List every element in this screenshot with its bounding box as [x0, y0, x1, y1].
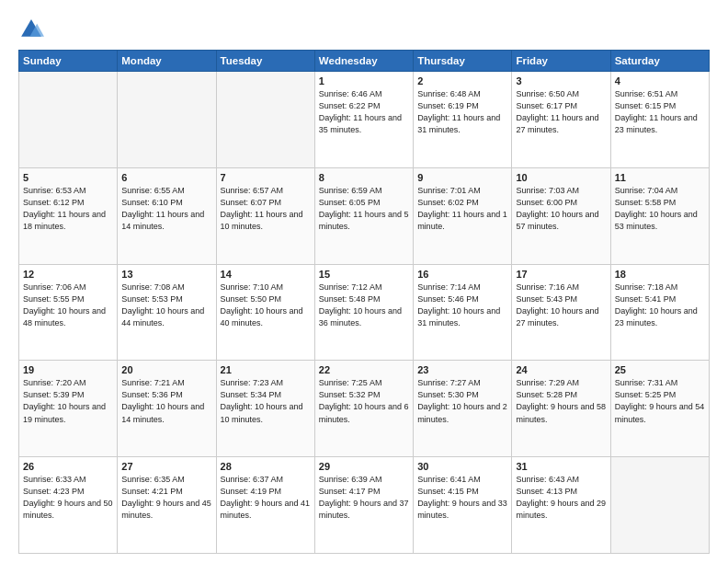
day-cell	[610, 457, 709, 554]
week-row-3: 19Sunrise: 7:20 AM Sunset: 5:39 PM Dayli…	[19, 361, 710, 457]
day-cell: 16Sunrise: 7:14 AM Sunset: 5:46 PM Dayli…	[414, 264, 512, 361]
day-cell: 15Sunrise: 7:12 AM Sunset: 5:48 PM Dayli…	[314, 264, 413, 361]
header-cell-tuesday: Tuesday	[216, 51, 314, 72]
day-number: 6	[121, 172, 211, 183]
day-number: 20	[121, 364, 211, 375]
header-cell-friday: Friday	[512, 51, 610, 72]
day-cell: 5Sunrise: 6:53 AM Sunset: 6:12 PM Daylig…	[19, 167, 118, 264]
day-cell: 21Sunrise: 7:23 AM Sunset: 5:34 PM Dayli…	[216, 361, 314, 457]
day-detail: Sunrise: 7:08 AM Sunset: 5:53 PM Dayligh…	[121, 282, 211, 329]
day-detail: Sunrise: 7:10 AM Sunset: 5:50 PM Dayligh…	[221, 282, 311, 329]
day-detail: Sunrise: 7:01 AM Sunset: 6:02 PM Dayligh…	[417, 185, 507, 233]
day-number: 15	[319, 269, 409, 280]
day-detail: Sunrise: 6:50 AM Sunset: 6:17 PM Dayligh…	[516, 88, 606, 136]
day-cell: 18Sunrise: 7:18 AM Sunset: 5:41 PM Dayli…	[610, 264, 709, 361]
day-cell: 25Sunrise: 7:31 AM Sunset: 5:25 PM Dayli…	[610, 361, 709, 457]
week-row-4: 26Sunrise: 6:33 AM Sunset: 4:23 PM Dayli…	[19, 457, 710, 554]
day-number: 28	[221, 461, 311, 472]
day-cell: 10Sunrise: 7:03 AM Sunset: 6:00 PM Dayli…	[512, 167, 610, 264]
day-cell: 17Sunrise: 7:16 AM Sunset: 5:43 PM Dayli…	[512, 264, 610, 361]
day-number: 8	[319, 172, 409, 183]
header-cell-sunday: Sunday	[19, 51, 118, 72]
day-number: 23	[417, 364, 507, 375]
day-number: 2	[417, 75, 507, 86]
day-detail: Sunrise: 6:57 AM Sunset: 6:07 PM Dayligh…	[221, 185, 311, 233]
day-detail: Sunrise: 6:33 AM Sunset: 4:23 PM Dayligh…	[23, 474, 113, 522]
day-detail: Sunrise: 7:04 AM Sunset: 5:58 PM Dayligh…	[615, 185, 705, 233]
day-detail: Sunrise: 7:23 AM Sunset: 5:34 PM Dayligh…	[221, 377, 311, 425]
day-cell: 26Sunrise: 6:33 AM Sunset: 4:23 PM Dayli…	[19, 457, 118, 554]
header-cell-monday: Monday	[118, 51, 216, 72]
page: SundayMondayTuesdayWednesdayThursdayFrid…	[0, 0, 728, 563]
day-cell: 31Sunrise: 6:43 AM Sunset: 4:13 PM Dayli…	[512, 457, 610, 554]
day-detail: Sunrise: 6:37 AM Sunset: 4:19 PM Dayligh…	[221, 474, 311, 522]
day-number: 29	[319, 461, 409, 472]
day-cell: 13Sunrise: 7:08 AM Sunset: 5:53 PM Dayli…	[118, 264, 216, 361]
day-cell: 23Sunrise: 7:27 AM Sunset: 5:30 PM Dayli…	[414, 361, 512, 457]
day-detail: Sunrise: 7:31 AM Sunset: 5:25 PM Dayligh…	[615, 377, 705, 425]
day-detail: Sunrise: 7:06 AM Sunset: 5:55 PM Dayligh…	[23, 282, 113, 329]
day-number: 12	[23, 269, 113, 280]
day-cell: 2Sunrise: 6:48 AM Sunset: 6:19 PM Daylig…	[414, 72, 512, 168]
day-detail: Sunrise: 6:35 AM Sunset: 4:21 PM Dayligh…	[121, 474, 211, 522]
day-number: 14	[221, 269, 311, 280]
day-number: 31	[516, 461, 606, 472]
day-cell: 3Sunrise: 6:50 AM Sunset: 6:17 PM Daylig…	[512, 72, 610, 168]
header-cell-wednesday: Wednesday	[314, 51, 413, 72]
day-cell: 1Sunrise: 6:46 AM Sunset: 6:22 PM Daylig…	[314, 72, 413, 168]
header	[18, 17, 710, 42]
day-number: 7	[221, 172, 311, 183]
day-detail: Sunrise: 6:53 AM Sunset: 6:12 PM Dayligh…	[23, 185, 113, 233]
day-cell: 6Sunrise: 6:55 AM Sunset: 6:10 PM Daylig…	[118, 167, 216, 264]
header-row: SundayMondayTuesdayWednesdayThursdayFrid…	[19, 51, 710, 72]
day-detail: Sunrise: 7:21 AM Sunset: 5:36 PM Dayligh…	[121, 377, 211, 425]
day-cell	[19, 72, 118, 168]
day-number: 3	[516, 75, 606, 86]
day-number: 25	[615, 364, 705, 375]
day-number: 9	[417, 172, 507, 183]
day-cell	[216, 72, 314, 168]
day-detail: Sunrise: 6:59 AM Sunset: 6:05 PM Dayligh…	[319, 185, 409, 233]
week-row-0: 1Sunrise: 6:46 AM Sunset: 6:22 PM Daylig…	[19, 72, 710, 168]
day-number: 5	[23, 172, 113, 183]
day-cell: 22Sunrise: 7:25 AM Sunset: 5:32 PM Dayli…	[314, 361, 413, 457]
day-detail: Sunrise: 6:43 AM Sunset: 4:13 PM Dayligh…	[516, 474, 606, 522]
day-cell: 11Sunrise: 7:04 AM Sunset: 5:58 PM Dayli…	[610, 167, 709, 264]
day-detail: Sunrise: 6:48 AM Sunset: 6:19 PM Dayligh…	[417, 88, 507, 136]
day-cell	[118, 72, 216, 168]
day-number: 11	[615, 172, 705, 183]
day-cell: 14Sunrise: 7:10 AM Sunset: 5:50 PM Dayli…	[216, 264, 314, 361]
day-detail: Sunrise: 6:39 AM Sunset: 4:17 PM Dayligh…	[319, 474, 409, 522]
day-detail: Sunrise: 7:14 AM Sunset: 5:46 PM Dayligh…	[417, 282, 507, 329]
day-number: 16	[417, 269, 507, 280]
day-detail: Sunrise: 7:03 AM Sunset: 6:00 PM Dayligh…	[516, 185, 606, 233]
day-cell: 24Sunrise: 7:29 AM Sunset: 5:28 PM Dayli…	[512, 361, 610, 457]
week-row-1: 5Sunrise: 6:53 AM Sunset: 6:12 PM Daylig…	[19, 167, 710, 264]
day-cell: 27Sunrise: 6:35 AM Sunset: 4:21 PM Dayli…	[118, 457, 216, 554]
day-cell: 20Sunrise: 7:21 AM Sunset: 5:36 PM Dayli…	[118, 361, 216, 457]
day-cell: 30Sunrise: 6:41 AM Sunset: 4:15 PM Dayli…	[414, 457, 512, 554]
day-detail: Sunrise: 7:25 AM Sunset: 5:32 PM Dayligh…	[319, 377, 409, 425]
day-number: 22	[319, 364, 409, 375]
day-detail: Sunrise: 6:41 AM Sunset: 4:15 PM Dayligh…	[417, 474, 507, 522]
day-detail: Sunrise: 7:16 AM Sunset: 5:43 PM Dayligh…	[516, 282, 606, 329]
logo-icon	[18, 17, 44, 42]
calendar-table: SundayMondayTuesdayWednesdayThursdayFrid…	[18, 50, 710, 554]
week-row-2: 12Sunrise: 7:06 AM Sunset: 5:55 PM Dayli…	[19, 264, 710, 361]
day-cell: 7Sunrise: 6:57 AM Sunset: 6:07 PM Daylig…	[216, 167, 314, 264]
day-cell: 4Sunrise: 6:51 AM Sunset: 6:15 PM Daylig…	[610, 72, 709, 168]
day-number: 24	[516, 364, 606, 375]
day-detail: Sunrise: 7:20 AM Sunset: 5:39 PM Dayligh…	[23, 377, 113, 425]
day-cell: 29Sunrise: 6:39 AM Sunset: 4:17 PM Dayli…	[314, 457, 413, 554]
header-cell-saturday: Saturday	[610, 51, 709, 72]
day-detail: Sunrise: 7:27 AM Sunset: 5:30 PM Dayligh…	[417, 377, 507, 425]
day-detail: Sunrise: 6:55 AM Sunset: 6:10 PM Dayligh…	[121, 185, 211, 233]
day-cell: 12Sunrise: 7:06 AM Sunset: 5:55 PM Dayli…	[19, 264, 118, 361]
day-cell: 19Sunrise: 7:20 AM Sunset: 5:39 PM Dayli…	[19, 361, 118, 457]
logo	[18, 17, 48, 42]
day-number: 1	[319, 75, 409, 86]
day-detail: Sunrise: 7:12 AM Sunset: 5:48 PM Dayligh…	[319, 282, 409, 329]
day-number: 4	[615, 75, 705, 86]
day-detail: Sunrise: 6:51 AM Sunset: 6:15 PM Dayligh…	[615, 88, 705, 136]
day-number: 13	[121, 269, 211, 280]
